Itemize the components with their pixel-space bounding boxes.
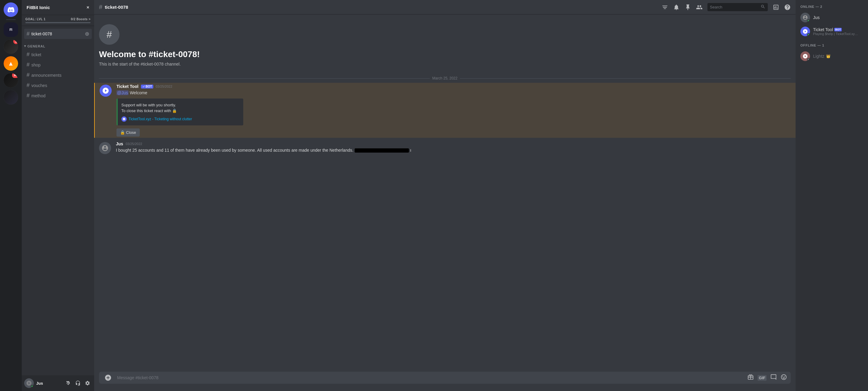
discord-home-button[interactable] (4, 2, 18, 17)
hash-icon: # (27, 62, 30, 68)
date-line-right (460, 78, 791, 79)
channel-item-ticket[interactable]: # ticket (24, 50, 92, 59)
main-content: # ticket-0078 (94, 0, 796, 391)
server-badge-4: 95 (12, 73, 18, 78)
channel-item-announcements[interactable]: # announcements (24, 70, 92, 80)
member-avatar-ticket-tool (800, 27, 810, 36)
hash-icon: # (27, 92, 30, 99)
server-icon-5[interactable] (4, 90, 18, 105)
chevron-down-icon-category: ▾ (24, 44, 26, 48)
bot-embed-card: Support will be with you shortly. To clo… (117, 99, 243, 125)
date-line-left (99, 78, 430, 79)
bell-icon[interactable] (673, 4, 680, 10)
hash-icon: # (27, 31, 30, 37)
channel-item-method[interactable]: # method (24, 91, 92, 101)
member-item-lightz[interactable]: Lightz 👑 (798, 50, 866, 63)
user-message-header: Jus 03/25/2022 (116, 141, 791, 146)
embed-link[interactable]: TicketTool.xyz - Ticketing without clutt… (121, 116, 240, 122)
message-input-box: GIF (99, 372, 791, 384)
server-list: FI 3 ▲ 95 (0, 0, 22, 391)
bot-message-group: Ticket Tool BOT 03/25/2022 @Jus Welcome … (94, 83, 796, 138)
pin-icon[interactable] (684, 4, 691, 10)
bot-message-content: Ticket Tool BOT 03/25/2022 @Jus Welcome … (117, 84, 791, 137)
channel-list: # ticket-0078 ⊕ ▾ GENERAL # ticket # sho… (22, 26, 94, 375)
channel-category-general[interactable]: ▾ GENERAL (22, 39, 94, 49)
server-separator (6, 19, 16, 20)
offline-section-title: OFFLINE — 1 (798, 44, 866, 47)
channel-label: vouches (31, 83, 47, 88)
attach-file-button[interactable] (103, 372, 114, 383)
channel-header-title: # ticket-0078 (99, 4, 128, 10)
channel-label: method (31, 93, 45, 98)
server-name: FitBit Ionic (27, 5, 50, 10)
boost-progress-bar (25, 22, 91, 23)
gif-button[interactable]: GIF (757, 375, 767, 381)
mute-button[interactable] (64, 379, 72, 387)
help-icon[interactable] (784, 4, 791, 10)
input-actions: GIF (747, 374, 787, 382)
user-message-text: I bought 25 accounts and 11 of them have… (116, 147, 791, 153)
member-item-jus[interactable]: Jus (798, 11, 866, 24)
sticker-icon[interactable] (770, 374, 777, 382)
bot-message-text: @Jus Welcome (117, 90, 791, 96)
server-icon-3[interactable]: ▲ (4, 56, 18, 71)
inbox-icon[interactable] (773, 4, 779, 10)
members-icon[interactable] (696, 4, 703, 10)
message-input-area: GIF (94, 372, 796, 391)
channel-welcome: # Welcome to #ticket-0078! This is the s… (94, 19, 796, 74)
hash-icon: # (27, 72, 30, 78)
deafen-button[interactable] (74, 379, 82, 387)
members-sidebar: ONLINE — 2 Jus Ticket Tool BOT Playing $… (796, 0, 868, 391)
channel-item-shop[interactable]: # shop (24, 60, 92, 70)
chevron-down-icon: ✕ (86, 5, 89, 10)
mention-jus[interactable]: @Jus (117, 90, 129, 95)
gift-icon[interactable] (747, 374, 754, 382)
user-message-content: Jus 03/25/2022 I bought 25 accounts and … (116, 141, 791, 154)
boost-bar: GOAL: LVL 1 0/2 Boosts > (22, 15, 94, 26)
hash-icon: # (27, 82, 30, 88)
search-bar[interactable] (707, 3, 768, 11)
user-panel: Jus (22, 375, 94, 391)
channel-label: announcements (31, 73, 62, 78)
bot-avatar (100, 85, 112, 97)
hash-threads-icon[interactable] (661, 4, 668, 10)
member-name-jus: Jus (813, 15, 820, 20)
search-input[interactable] (710, 5, 759, 9)
server-icon-4[interactable]: 95 (4, 73, 18, 88)
redacted-text (354, 148, 409, 152)
current-user-avatar[interactable] (24, 378, 34, 388)
channel-sidebar: FitBit Ionic ✕ GOAL: LVL 1 0/2 Boosts > … (22, 0, 94, 391)
ticket-tool-bot-badge: BOT (834, 28, 842, 31)
current-user-name: Jus (36, 381, 62, 386)
member-status-lightz (807, 58, 810, 61)
member-item-ticket-tool[interactable]: Ticket Tool BOT Playing $help | TicketTo… (798, 25, 866, 38)
channel-title: ticket-0078 (105, 4, 128, 10)
server-icon-2[interactable]: 3 (4, 39, 18, 54)
channel-label: ticket (31, 52, 41, 57)
welcome-hash-icon: # (106, 29, 112, 40)
bot-message-timestamp: 03/25/2022 (156, 85, 172, 88)
member-status-jus (807, 19, 810, 22)
server-header[interactable]: FitBit Ionic ✕ (22, 0, 94, 15)
add-member-icon[interactable]: ⊕ (85, 30, 89, 37)
server-icon-fitbit[interactable]: FI (4, 22, 18, 37)
embed-text: Support will be with you shortly. To clo… (121, 102, 240, 114)
channel-hash-icon: # (99, 4, 102, 10)
channel-item-ticket-0078[interactable]: # ticket-0078 ⊕ (24, 29, 92, 39)
bot-badge: BOT (141, 85, 153, 88)
welcome-icon: # (99, 24, 120, 45)
chat-messages: # Welcome to #ticket-0078! This is the s… (94, 15, 796, 372)
user-avatar (99, 142, 111, 154)
welcome-description: This is the start of the #ticket-0078 ch… (99, 62, 791, 66)
close-ticket-button[interactable]: 🔒 Close (117, 129, 140, 137)
server-badge-2: 3 (13, 39, 18, 44)
hash-icon: # (27, 51, 30, 58)
message-text-input[interactable] (117, 372, 744, 384)
user-message-group: Jus 03/25/2022 I bought 25 accounts and … (94, 140, 796, 155)
channel-item-vouches[interactable]: # vouches (24, 80, 92, 90)
settings-button[interactable] (83, 379, 92, 387)
header-icons (661, 3, 791, 11)
emoji-button[interactable] (780, 374, 787, 382)
boost-count-link[interactable]: 0/2 Boosts > (71, 18, 91, 21)
member-name-ticket-tool: Ticket Tool (813, 27, 833, 32)
